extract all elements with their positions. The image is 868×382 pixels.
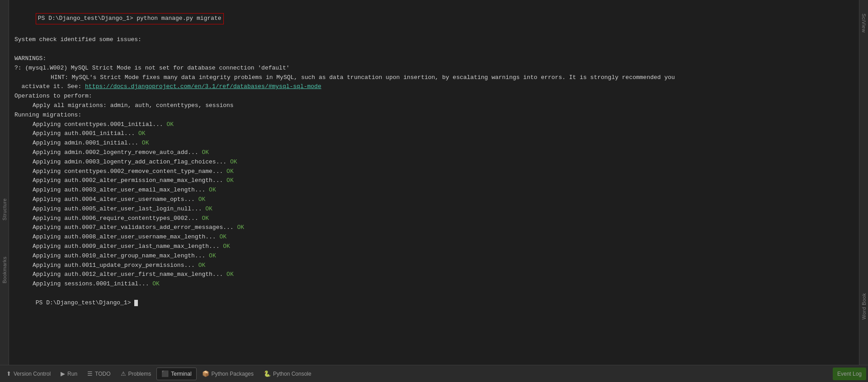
tab-python-packages[interactable]: 📦 Python Packages — [198, 368, 258, 380]
output-migration-18: Applying sessions.0001_initial... OK — [33, 280, 854, 289]
todo-icon: ☰ — [87, 370, 93, 377]
run-label: Run — [67, 371, 77, 377]
output-migration-5: Applying admin.0003_logentry_add_action_… — [33, 158, 854, 167]
left-sidebar: Structure Bookmarks — [0, 0, 9, 365]
output-link-line: activate it. See: https://docs.djangopro… — [14, 82, 854, 92]
output-migration-16: Applying auth.0011_update_proxy_permissi… — [33, 261, 854, 270]
output-migration-4: Applying admin.0002_logentry_remove_auto… — [33, 148, 854, 158]
output-migration-2: Applying auth.0001_initial... OK — [33, 129, 854, 139]
bottom-toolbar: ⬆ Version Control ▶ Run ☰ TODO ⚠ Problem… — [0, 365, 868, 382]
version-control-label: Version Control — [14, 371, 51, 377]
tab-version-control[interactable]: ⬆ Version Control — [2, 368, 55, 380]
cursor — [134, 300, 138, 306]
output-migration-1: Applying contenttypes.0001_initial... OK — [33, 120, 854, 130]
problems-label: Problems — [128, 371, 151, 377]
output-migration-9: Applying auth.0004_alter_user_username_o… — [33, 195, 854, 205]
right-sidebar: SciView Word Book — [859, 0, 868, 365]
tab-python-console[interactable]: 🐍 Python Console — [259, 368, 316, 380]
output-line-1: System check identified some issues: — [14, 35, 854, 45]
todo-label: TODO — [95, 371, 110, 377]
bookmarks-label[interactable]: Bookmarks — [2, 256, 7, 284]
final-prompt-line: PS D:\Django_test\Django_1> — [14, 289, 854, 317]
terminal-icon: ⬛ — [161, 370, 169, 377]
command-line: PS D:\Django_test\Django_1> python manag… — [14, 4, 854, 35]
main-content: Structure Bookmarks PS D:\Django_test\Dj… — [0, 0, 868, 365]
prompt: PS D:\Django_test\Django_1> — [38, 15, 137, 22]
output-migration-10: Applying auth.0005_alter_user_last_login… — [33, 205, 854, 214]
terminal-area[interactable]: PS D:\Django_test\Django_1> python manag… — [9, 0, 859, 365]
output-migration-3: Applying admin.0001_initial... OK — [33, 139, 854, 148]
output-migration-15: Applying auth.0010_alter_group_name_max_… — [33, 252, 854, 261]
output-hint: HINT: MySQL's Strict Mode fixes many dat… — [51, 73, 854, 83]
output-migration-8: Applying auth.0003_alter_user_email_max_… — [33, 186, 854, 195]
output-migration-12: Applying auth.0007_alter_validators_add_… — [33, 223, 854, 233]
output-migration-14: Applying auth.0009_alter_user_last_name_… — [33, 242, 854, 252]
output-apply-all: Apply all migrations: admin, auth, conte… — [33, 101, 854, 111]
output-running: Running migrations: — [14, 111, 854, 120]
sciview-label[interactable]: SciView — [861, 14, 867, 33]
tab-run[interactable]: ▶ Run — [56, 368, 82, 380]
output-warnings: WARNINGS: — [14, 54, 854, 64]
python-console-label: Python Console — [273, 371, 311, 377]
command-border: PS D:\Django_test\Django_1> python manag… — [36, 13, 224, 24]
output-migration-11: Applying auth.0006_require_contenttypes_… — [33, 214, 854, 224]
output-migration-6: Applying contenttypes.0002_remove_conten… — [33, 167, 854, 177]
structure-label[interactable]: Structure — [2, 198, 7, 220]
docs-link[interactable]: https://docs.djangoproject.com/en/3.1/re… — [85, 83, 321, 90]
output-migration-7: Applying auth.0002_alter_permission_name… — [33, 176, 854, 186]
output-operations: Operations to perform: — [14, 92, 854, 101]
command-args: manage.py migrate — [158, 15, 221, 22]
tab-terminal[interactable]: ⬛ Terminal — [156, 368, 196, 380]
run-icon: ▶ — [61, 370, 65, 377]
python-packages-icon: 📦 — [202, 370, 209, 377]
wordbook-label[interactable]: Word Book — [861, 293, 867, 320]
python-console-icon: 🐍 — [264, 370, 271, 377]
python-keyword: python — [137, 15, 158, 22]
output-migration-13: Applying auth.0008_alter_user_username_m… — [33, 233, 854, 242]
tab-problems[interactable]: ⚠ Problems — [116, 368, 156, 380]
final-prompt: PS D:\Django_test\Django_1> — [36, 299, 134, 306]
blank-line-1 — [14, 45, 854, 54]
event-log-label: Event Log — [837, 371, 862, 377]
event-log-button[interactable]: Event Log — [833, 368, 866, 380]
problems-icon: ⚠ — [121, 370, 126, 377]
python-packages-label: Python Packages — [212, 371, 254, 377]
version-control-icon: ⬆ — [6, 370, 11, 377]
output-migration-17: Applying auth.0012_alter_user_first_name… — [33, 270, 854, 280]
terminal-label: Terminal — [171, 371, 191, 377]
tab-todo[interactable]: ☰ TODO — [83, 368, 115, 380]
output-mysql-warn: ?: (mysql.W002) MySQL Strict Mode is not… — [14, 64, 854, 73]
